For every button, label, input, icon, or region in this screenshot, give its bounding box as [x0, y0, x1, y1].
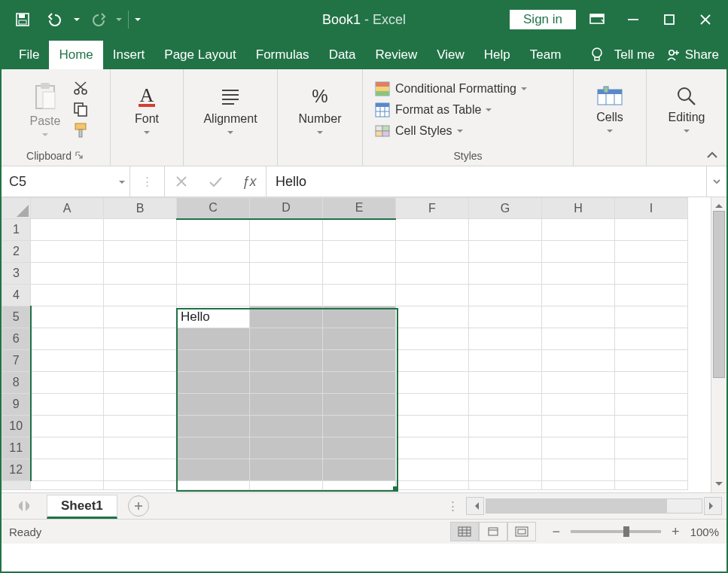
cell-C6[interactable] [177, 328, 250, 350]
cell-H4[interactable] [542, 285, 615, 306]
cell-H8[interactable] [542, 372, 615, 394]
cell-B1[interactable] [104, 219, 177, 241]
cell-I11[interactable] [615, 437, 688, 459]
ribbon-display-options-icon[interactable] [582, 5, 612, 35]
tab-file[interactable]: File [9, 41, 49, 69]
share-button[interactable]: Share [666, 47, 719, 62]
cell-E10[interactable] [323, 416, 396, 437]
minimize-icon[interactable] [618, 5, 648, 35]
cell-C1[interactable] [177, 219, 250, 241]
cell-H1[interactable] [542, 219, 615, 241]
cell-B4[interactable] [104, 285, 177, 306]
cell-A3[interactable] [31, 263, 104, 285]
cell-I8[interactable] [615, 372, 688, 394]
col-header-F[interactable]: F [396, 198, 469, 219]
cell-G7[interactable] [469, 350, 542, 372]
undo-icon[interactable] [41, 5, 71, 35]
cell-B13[interactable] [104, 481, 177, 490]
row-header-10[interactable]: 10 [2, 416, 31, 437]
cell-I6[interactable] [615, 328, 688, 350]
cell-G12[interactable] [469, 459, 542, 481]
cell-G3[interactable] [469, 263, 542, 285]
row-header-8[interactable]: 8 [2, 372, 31, 394]
page-break-view-icon[interactable] [507, 522, 536, 541]
cell-D11[interactable] [250, 437, 323, 459]
cell-H10[interactable] [542, 416, 615, 437]
cell-D10[interactable] [250, 416, 323, 437]
zoom-in-button[interactable]: + [669, 524, 683, 540]
cell-H6[interactable] [542, 328, 615, 350]
zoom-level[interactable]: 100% [690, 526, 719, 538]
cell-F7[interactable] [396, 350, 469, 372]
tab-page-layout[interactable]: Page Layout [154, 41, 245, 69]
font-button[interactable]: A Font [126, 81, 167, 140]
tab-view[interactable]: View [427, 41, 474, 69]
tab-home[interactable]: Home [49, 41, 102, 69]
alignment-button[interactable]: Alignment [196, 81, 264, 140]
cell-G13[interactable] [469, 481, 542, 490]
cell-I2[interactable] [615, 241, 688, 263]
zoom-slider[interactable] [571, 530, 661, 533]
cell-A12[interactable] [31, 459, 104, 481]
cell-D8[interactable] [250, 372, 323, 394]
cell-H2[interactable] [542, 241, 615, 263]
font-dropdown-icon[interactable] [144, 131, 150, 137]
cell-A13[interactable] [31, 481, 104, 490]
col-header-H[interactable]: H [542, 198, 615, 219]
number-button[interactable]: % Number [291, 81, 349, 140]
cell-G10[interactable] [469, 416, 542, 437]
cell-F8[interactable] [396, 372, 469, 394]
cell-I10[interactable] [615, 416, 688, 437]
cell-A5[interactable] [31, 306, 104, 328]
alignment-dropdown-icon[interactable] [227, 131, 233, 137]
formula-input[interactable]: Hello [267, 166, 706, 197]
cell-B7[interactable] [104, 350, 177, 372]
cell-G2[interactable] [469, 241, 542, 263]
cell-C9[interactable] [177, 394, 250, 416]
cell-B11[interactable] [104, 437, 177, 459]
col-header-D[interactable]: D [250, 198, 323, 219]
cell-A7[interactable] [31, 350, 104, 372]
close-icon[interactable] [690, 5, 720, 35]
cell-A11[interactable] [31, 437, 104, 459]
zoom-slider-thumb[interactable] [623, 526, 629, 537]
cell-D13[interactable] [250, 481, 323, 490]
col-header-B[interactable]: B [104, 198, 177, 219]
cell-B5[interactable] [104, 306, 177, 328]
cell-C11[interactable] [177, 437, 250, 459]
cell-C5[interactable]: Hello [177, 306, 250, 328]
page-layout-view-icon[interactable] [479, 522, 507, 541]
cell-B12[interactable] [104, 459, 177, 481]
qat-customize-icon[interactable] [135, 18, 141, 24]
row-header-7[interactable]: 7 [2, 350, 31, 372]
cell-C13[interactable] [177, 481, 250, 490]
row-header-6[interactable]: 6 [2, 328, 31, 350]
row-header-3[interactable]: 3 [2, 263, 31, 285]
vscroll-thumb[interactable] [713, 211, 725, 378]
paste-dropdown-icon[interactable] [42, 133, 48, 139]
cell-H3[interactable] [542, 263, 615, 285]
cells-dropdown-icon[interactable] [607, 130, 613, 136]
cell-D12[interactable] [250, 459, 323, 481]
cell-B8[interactable] [104, 372, 177, 394]
cancel-formula-icon[interactable] [165, 166, 199, 197]
cell-E11[interactable] [323, 437, 396, 459]
sign-in-button[interactable]: Sign in [510, 10, 576, 29]
cell-E3[interactable] [323, 263, 396, 285]
cell-A1[interactable] [31, 219, 104, 241]
cell-B10[interactable] [104, 416, 177, 437]
cellstyles-dropdown-icon[interactable] [457, 130, 463, 136]
sheet-nav-next-icon[interactable] [26, 501, 39, 511]
cell-C7[interactable] [177, 350, 250, 372]
row-header-13[interactable] [2, 481, 31, 490]
cell-D1[interactable] [250, 219, 323, 241]
cell-E8[interactable] [323, 372, 396, 394]
cell-A10[interactable] [31, 416, 104, 437]
cell-G1[interactable] [469, 219, 542, 241]
cell-H9[interactable] [542, 394, 615, 416]
tab-team[interactable]: Team [520, 41, 571, 69]
scroll-down-icon[interactable] [711, 479, 726, 492]
cell-E9[interactable] [323, 394, 396, 416]
col-header-G[interactable]: G [469, 198, 542, 219]
vertical-scrollbar[interactable] [711, 197, 726, 492]
